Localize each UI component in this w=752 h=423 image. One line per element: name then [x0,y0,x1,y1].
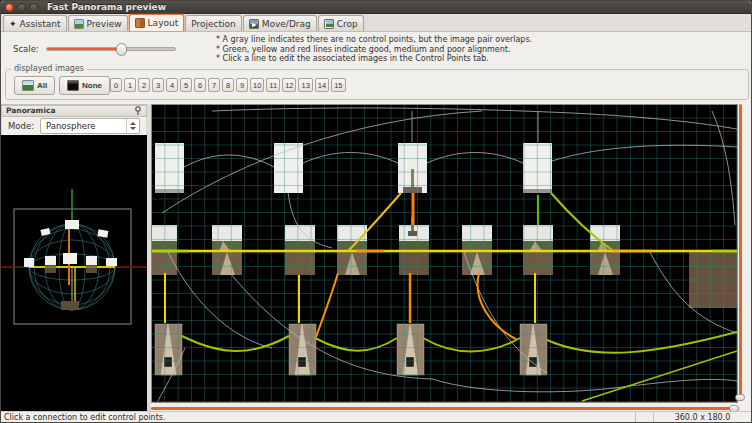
mode-combobox[interactable]: Panosphere [40,118,140,134]
titlebar: Fast Panorama preview [1,1,751,14]
image-toggle-button-7[interactable]: 7 [208,78,220,92]
assistant-icon: ✦ [9,19,17,29]
panel-title: Panoramica [6,106,56,115]
image-toggle-button-4[interactable]: 4 [166,78,178,92]
scale-label: Scale: [13,44,39,54]
projection-grid [152,105,737,402]
horizontal-scrollbar[interactable] [151,407,739,410]
pin-icon[interactable] [134,106,142,115]
no-images-icon [67,80,79,91]
image-toggle-button-14[interactable]: 14 [315,78,329,92]
tab-assistant[interactable]: ✦ Assistant [3,15,67,31]
displayed-images-label: displayed images [11,64,87,73]
image-toggle-button-5[interactable]: 5 [180,78,192,92]
panosphere-preview[interactable] [1,135,147,413]
image-toggle-button-6[interactable]: 6 [194,78,206,92]
image-toggle-button-3[interactable]: 3 [152,78,164,92]
minimize-button[interactable] [17,3,26,12]
scale-slider[interactable] [46,47,176,51]
tab-crop-label: Crop [337,19,358,29]
image-toggle-button-2[interactable]: 2 [138,78,150,92]
show-no-images-button[interactable]: None [59,76,110,95]
tab-crop[interactable]: Crop [318,15,364,31]
panoramica-panel: Panoramica Mode: Panosphere [1,104,147,413]
image-toggle-button-9[interactable]: 9 [236,78,248,92]
tab-move-drag[interactable]: Move/Drag [243,15,317,31]
all-images-icon [22,80,34,91]
help-line-colors: * Green, yellow and red lines indicate g… [216,45,532,55]
all-label: All [37,81,47,90]
pano-dimensions: 360.0 x 180.0 [654,412,751,422]
tab-layout-label: Layout [148,18,179,28]
vertical-scrollbar-handle[interactable] [735,394,745,401]
mode-value: Panosphere [46,121,96,131]
tab-projection[interactable]: Projection [185,15,242,31]
scale-slider-fill [47,48,121,50]
layout-canvas-svg[interactable] [152,105,737,402]
panel-header: Panoramica [1,105,147,117]
maximize-button[interactable] [29,3,38,12]
crop-icon [324,19,334,29]
preview-icon [74,19,84,29]
tab-bar: ✦ Assistant Preview Layout Projection Mo… [1,14,751,32]
window-title: Fast Panorama preview [47,2,166,12]
show-all-images-button[interactable]: All [14,76,55,95]
mode-row: Mode: Panosphere [1,117,147,135]
fast-panorama-preview-window: Fast Panorama preview ✦ Assistant Previe… [0,0,752,423]
main-area: Panoramica Mode: Panosphere [1,101,752,413]
tab-projection-label: Projection [191,19,236,29]
status-middle-field [636,412,654,422]
none-label: None [82,81,102,90]
status-message: Click a connection to edit control point… [1,412,636,422]
image-number-buttons: 0123456789101112131415 [110,78,346,92]
image-toggle-button-0[interactable]: 0 [110,78,122,92]
image-toggle-button-10[interactable]: 10 [250,78,264,92]
image-toggle-button-11[interactable]: 11 [266,78,280,92]
panosphere-canvas[interactable] [1,135,147,409]
tab-layout[interactable]: Layout [129,14,185,31]
vertical-scrollbar[interactable] [739,104,742,401]
help-line-click: * Click a line to edit the associated im… [216,54,532,64]
mode-label: Mode: [8,121,34,131]
move-drag-icon [249,19,259,29]
help-line-gray: * A gray line indicates there are no con… [216,35,532,45]
image-toggle-button-13[interactable]: 13 [298,78,312,92]
legend-help-text: * A gray line indicates there are no con… [216,35,532,64]
layout-toolbar: Scale: * A gray line indicates there are… [1,32,751,67]
tab-preview[interactable]: Preview [68,15,128,31]
image-toggle-button-1[interactable]: 1 [124,78,136,92]
layout-icon [135,18,145,28]
displayed-images-group: displayed images All None 01234567891011… [5,69,749,100]
close-button[interactable] [5,3,14,12]
image-toggle-button-15[interactable]: 15 [331,78,345,92]
combo-spinner-icon[interactable] [126,119,139,133]
scale-slider-handle[interactable] [116,43,127,56]
tab-move-drag-label: Move/Drag [262,19,311,29]
tab-assistant-label: Assistant [20,19,61,29]
layout-canvas[interactable] [151,104,738,403]
tab-preview-label: Preview [87,19,122,29]
status-bar: Click a connection to edit control point… [1,411,751,422]
image-toggle-button-12[interactable]: 12 [282,78,296,92]
image-toggle-button-8[interactable]: 8 [222,78,234,92]
